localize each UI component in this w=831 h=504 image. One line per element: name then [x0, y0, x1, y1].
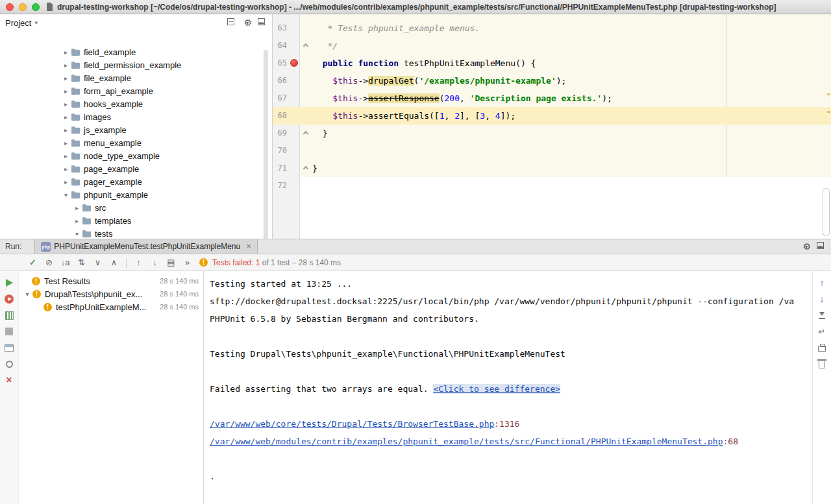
rerun-button[interactable]	[4, 278, 14, 288]
collapse-all-button-icon[interactable]: ∧	[106, 255, 122, 270]
test-tree-row-2[interactable]: !testPhpUnitExampleM...28 s 140 ms	[19, 300, 203, 313]
tree-item-js_example[interactable]: ▸js_example	[0, 123, 272, 136]
chevron-right-icon[interactable]: ▸	[62, 165, 70, 173]
soft-wrap-button[interactable]: ↵	[817, 326, 827, 337]
tree-item-page_example[interactable]: ▸page_example	[0, 162, 272, 175]
tree-item-node_type_example[interactable]: ▸node_type_example	[0, 149, 272, 162]
restore-layout-button[interactable]	[4, 342, 14, 353]
tree-item-form_api_example[interactable]: ▸form_api_example	[0, 84, 272, 97]
chevron-down-icon[interactable]: ▾	[73, 230, 81, 237]
tree-item-images[interactable]: ▸images	[0, 110, 272, 123]
tree-item-field_permission_example[interactable]: ▸field_permission_example	[0, 58, 272, 71]
error-stripe-mark[interactable]	[827, 111, 830, 113]
rerun-failed-tests-button[interactable]	[4, 294, 14, 304]
next-failed-test-button-icon[interactable]: ↓	[147, 255, 163, 270]
tree-item-templates[interactable]: ▸templates	[0, 214, 272, 227]
chevron-right-icon[interactable]: ▸	[62, 139, 70, 147]
overflow-button-icon[interactable]: »	[179, 255, 195, 270]
up-stack-trace-button[interactable]: ↑	[817, 278, 827, 288]
console-right-toolbar: ↑↓↵	[812, 271, 831, 504]
fold-strip	[300, 160, 312, 177]
editor-line-72[interactable]: 72	[273, 177, 831, 195]
chevron-right-icon[interactable]: ▸	[62, 88, 70, 95]
stop-button[interactable]	[4, 326, 14, 337]
chevron-down-icon[interactable]: ▾	[62, 191, 70, 198]
editor-line-70[interactable]: 70	[273, 142, 831, 160]
chevron-right-icon[interactable]: ▸	[62, 62, 70, 69]
chevron-right-icon[interactable]: ▸	[73, 204, 81, 211]
rerunfail-icon	[5, 294, 14, 304]
chevron-down-icon[interactable]: ▾	[23, 291, 31, 298]
run-configuration-tab[interactable]: php PHPUnitExampleMenuTest.testPhpUnitEx…	[34, 239, 257, 254]
close-window-button[interactable]	[6, 3, 14, 11]
fold-marker-icon[interactable]	[303, 131, 308, 136]
error-stripe-mark[interactable]	[827, 93, 830, 95]
pin-tab-button[interactable]	[4, 359, 14, 369]
editor-line-68[interactable]: 68 $this->assertEquals([1, 2], [3, 4]);	[273, 107, 831, 125]
chevron-right-icon[interactable]: ▸	[62, 49, 70, 56]
hide-panel-icon[interactable]	[257, 18, 266, 28]
test-tree-row-0[interactable]: !Test Results28 s 140 ms	[19, 274, 203, 287]
project-settings-gear-icon[interactable]: ⚙ ▾	[243, 18, 249, 27]
editor-line-67[interactable]: 67 $this->assertResponse(200, 'Descripti…	[273, 90, 831, 107]
show-ignored-button-icon[interactable]: ⊘	[41, 255, 57, 270]
show-passed-button-icon[interactable]: ✓	[25, 255, 41, 270]
expand-all-button-icon[interactable]: ∨	[90, 255, 106, 270]
editor-scrollbar-thumb[interactable]	[823, 188, 830, 236]
chevron-right-icon[interactable]: ▸	[62, 152, 70, 160]
tree-item-menu_example[interactable]: ▸menu_example	[0, 136, 272, 149]
editor-line-69[interactable]: 69 }	[273, 125, 831, 142]
project-scrollbar[interactable]	[264, 50, 268, 239]
chevron-right-icon[interactable]: ▸	[62, 75, 70, 82]
tree-item-file_example[interactable]: ▸file_example	[0, 71, 272, 84]
close-button[interactable]: ×	[4, 375, 14, 385]
tree-item-tests[interactable]: ▾tests	[0, 227, 272, 239]
print-button[interactable]	[817, 342, 827, 353]
console-link[interactable]: /var/www/web/core/tests/Drupal/Tests/Bro…	[210, 419, 494, 429]
chevron-right-icon[interactable]: ▸	[73, 217, 81, 224]
hide-run-panel-icon[interactable]	[816, 241, 825, 252]
test-console-output[interactable]: Testing started at 13:25 ...sftp://docke…	[204, 271, 812, 504]
arrow-up-icon: ↑	[820, 278, 825, 287]
collapse-all-icon[interactable]	[227, 18, 235, 28]
tree-item-field_example[interactable]: ▸field_example	[0, 45, 272, 58]
import-test-results-button-icon[interactable]: ▤	[163, 255, 179, 270]
editor-line-63[interactable]: 63 * Tests phpunit_example menus.	[273, 19, 831, 37]
toggle-auto-test-button[interactable]	[4, 310, 14, 320]
test-tree-row-1[interactable]: ▾!Drupal\Tests\phpunit_ex...28 s 140 ms	[19, 287, 203, 300]
scroll-to-end-button[interactable]	[817, 310, 827, 320]
previous-failed-test-button-icon[interactable]: ↑	[130, 255, 147, 270]
chevron-right-icon[interactable]: ▸	[62, 114, 70, 121]
run-test-gutter-icon[interactable]	[290, 59, 298, 67]
zoom-window-button[interactable]	[32, 3, 40, 11]
chevron-right-icon[interactable]: ▸	[62, 126, 70, 134]
console-link[interactable]: <Click to see difference>	[433, 384, 560, 394]
gutter-icon-slot	[290, 72, 300, 90]
tree-item-phpunit_example[interactable]: ▾phpunit_example	[0, 188, 272, 201]
tree-item-pager_example[interactable]: ▸pager_example	[0, 175, 272, 188]
clear-all-button[interactable]	[817, 359, 827, 369]
close-tab-icon[interactable]: ×	[246, 243, 251, 250]
editor-line-71[interactable]: 71}	[273, 160, 831, 177]
code-text: * Tests phpunit_example menus.	[312, 19, 831, 37]
sort-by-duration-button-icon[interactable]: ⇅	[73, 255, 90, 270]
fold-marker-icon[interactable]	[303, 166, 308, 171]
tree-item-src[interactable]: ▸src	[0, 201, 272, 214]
project-panel-title[interactable]: Project	[5, 18, 31, 28]
editor-line-66[interactable]: 66 $this->drupalGet('/examples/phpunit-e…	[273, 72, 831, 90]
chevron-right-icon[interactable]: ▸	[62, 178, 70, 186]
editor[interactable]: 63 * Tests phpunit_example menus.64 */65…	[273, 14, 831, 239]
tree-item-hooks_example[interactable]: ▸hooks_example	[0, 97, 272, 110]
document-proxy-icon[interactable]	[46, 3, 53, 11]
run-settings-gear-icon[interactable]: ⚙ ▾	[802, 241, 808, 252]
editor-line-64[interactable]: 64 */	[273, 37, 831, 54]
editor-line-65[interactable]: 65 public function testPhpUnitExampleMen…	[273, 54, 831, 72]
fold-marker-icon[interactable]	[303, 43, 308, 49]
minimize-window-button[interactable]	[19, 3, 27, 11]
console-link[interactable]: /var/www/web/modules/contrib/examples/ph…	[210, 437, 723, 446]
chevron-right-icon[interactable]: ▸	[62, 101, 70, 108]
chevron-down-icon[interactable]: ▾	[34, 19, 38, 26]
sort-alphabetically-button-icon[interactable]: ↓a	[57, 255, 73, 270]
folder-icon	[71, 100, 81, 108]
down-stack-trace-button[interactable]: ↓	[817, 294, 827, 304]
